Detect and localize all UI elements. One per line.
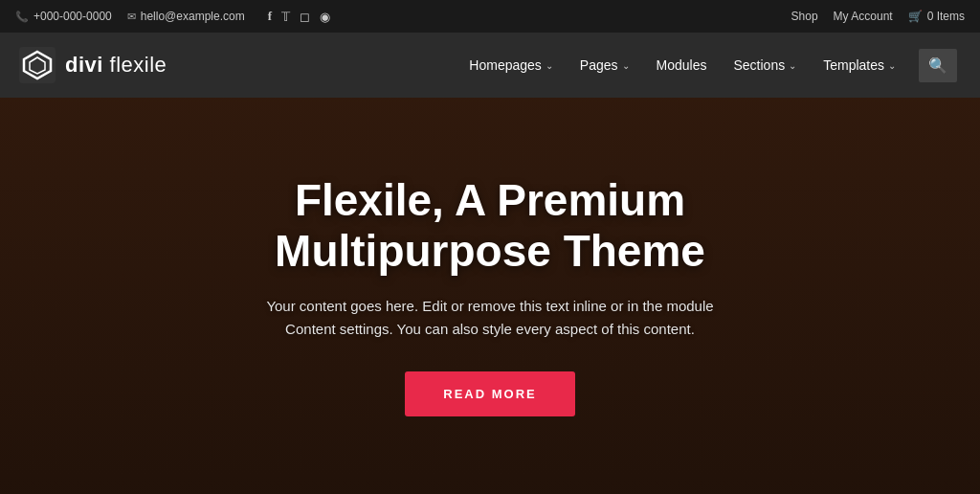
chevron-down-icon: ⌄	[622, 60, 630, 71]
site-header: divi flexile Homepages ⌄ Pages ⌄ Modules…	[0, 33, 980, 98]
hero-title: Flexile, A PremiumMultipurpose Theme	[241, 175, 739, 277]
cart-link[interactable]: 🛒 0 Items	[908, 10, 965, 23]
my-account-link[interactable]: My Account	[834, 10, 893, 23]
phone-number: +000-000-0000	[33, 10, 112, 23]
read-more-button[interactable]: READ MORE	[405, 371, 574, 416]
email-icon: ✉	[127, 11, 136, 23]
phone-contact: 📞 +000-000-0000	[15, 10, 112, 23]
topbar-right: Shop My Account 🛒 0 Items	[791, 10, 965, 23]
email-contact: ✉ hello@example.com	[127, 10, 245, 23]
chevron-down-icon: ⌄	[888, 60, 896, 71]
chevron-down-icon: ⌄	[546, 60, 553, 71]
nav-modules[interactable]: Modules	[645, 50, 719, 80]
hero-section: Flexile, A PremiumMultipurpose Theme You…	[0, 98, 980, 494]
nav-templates[interactable]: Templates ⌄	[812, 50, 907, 80]
cart-icon: 🛒	[908, 10, 923, 23]
topbar: 📞 +000-000-0000 ✉ hello@example.com f 𝕋 …	[0, 0, 980, 33]
instagram-icon[interactable]: ◻	[300, 10, 310, 24]
nav-homepages[interactable]: Homepages ⌄	[457, 50, 565, 80]
logo-brand: divi	[65, 53, 103, 77]
rss-icon[interactable]: ◉	[320, 10, 330, 24]
facebook-icon[interactable]: f	[268, 9, 272, 24]
hero-content: Flexile, A PremiumMultipurpose Theme You…	[222, 175, 758, 417]
hero-subtitle: Your content goes here. Edit or remove t…	[241, 295, 739, 341]
nav-sections[interactable]: Sections ⌄	[722, 50, 808, 80]
logo-icon	[19, 47, 56, 83]
phone-icon: 📞	[15, 11, 29, 23]
shop-link[interactable]: Shop	[791, 10, 818, 23]
twitter-icon[interactable]: 𝕋	[281, 10, 290, 24]
main-nav: Homepages ⌄ Pages ⌄ Modules Sections ⌄ T…	[457, 49, 957, 82]
cart-count: 0 Items	[927, 10, 965, 23]
logo-text: divi flexile	[65, 53, 167, 78]
email-address: hello@example.com	[141, 10, 245, 23]
logo-tagline: flexile	[103, 53, 167, 77]
site-logo[interactable]: divi flexile	[19, 47, 167, 83]
social-icons-group: f 𝕋 ◻ ◉	[268, 9, 330, 24]
search-icon: 🔍	[928, 57, 947, 74]
nav-pages[interactable]: Pages ⌄	[568, 50, 641, 80]
search-button[interactable]: 🔍	[919, 49, 957, 82]
chevron-down-icon: ⌄	[789, 60, 796, 71]
topbar-left: 📞 +000-000-0000 ✉ hello@example.com f 𝕋 …	[15, 9, 330, 24]
